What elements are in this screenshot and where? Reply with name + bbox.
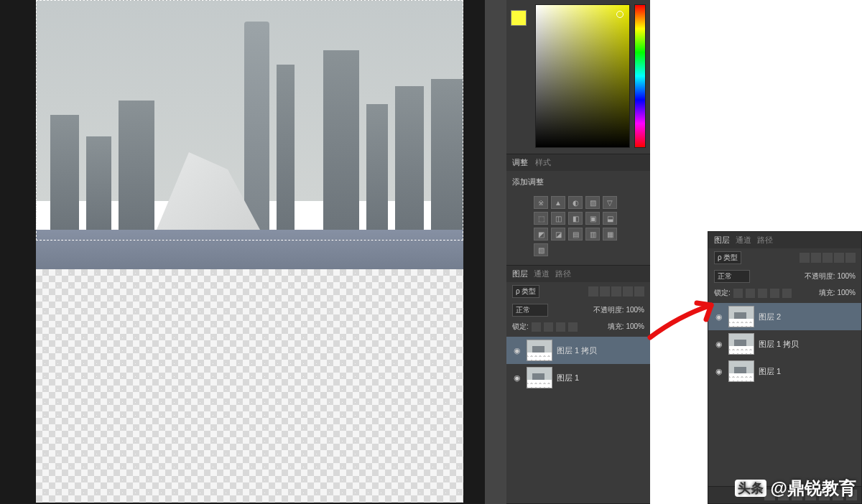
- visibility-icon[interactable]: ◉: [714, 367, 724, 376]
- tower: [277, 65, 295, 230]
- lock-all-icon[interactable]: [782, 289, 792, 298]
- threshold-icon[interactable]: ▥: [585, 228, 600, 241]
- add-adjustment-label: 添加调整: [512, 175, 644, 192]
- lock-paint-icon[interactable]: [544, 322, 553, 332]
- tab-channels[interactable]: 通道: [534, 269, 550, 279]
- balance-icon[interactable]: ◫: [551, 212, 565, 225]
- lock-trans-icon[interactable]: [532, 322, 541, 332]
- layer-thumbnail[interactable]: [527, 340, 552, 361]
- layer-item[interactable]: ◉ 图层 1 拷贝: [506, 337, 650, 364]
- filter-icon[interactable]: ▣: [585, 212, 600, 225]
- right-panels: 调整 样式 添加调整 ※ ▲ ◐ ▨ ▽ ⬚ ◫ ◧ ▣ ⬓ ◩ ◪: [506, 0, 650, 504]
- layer-name[interactable]: 图层 1: [759, 366, 781, 377]
- layer-name[interactable]: 图层 1 拷贝: [557, 345, 597, 356]
- filter-adj-icon[interactable]: [811, 253, 821, 263]
- tab-channels[interactable]: 通道: [736, 235, 751, 246]
- opacity-value[interactable]: 100%: [837, 272, 856, 280]
- transparent-area: [36, 269, 463, 503]
- building: [86, 136, 111, 230]
- water: [36, 230, 463, 269]
- fill-label: 填充:: [819, 289, 835, 297]
- tab-paths[interactable]: 路径: [757, 235, 773, 246]
- layer-thumbnail[interactable]: [527, 367, 552, 388]
- tab-layers[interactable]: 图层: [714, 235, 730, 246]
- filter-smart-icon[interactable]: [634, 286, 644, 297]
- layer-list: ◉ 图层 1 拷贝 ◉ 图层 1: [506, 334, 650, 503]
- exposure-icon[interactable]: ▨: [585, 196, 600, 209]
- canvas-area[interactable]: [0, 0, 485, 504]
- tab-paths[interactable]: 路径: [555, 269, 571, 279]
- foreground-swatch[interactable]: [511, 10, 527, 26]
- gradmap-icon[interactable]: ▦: [603, 228, 617, 241]
- hue-icon[interactable]: ⬚: [534, 212, 548, 225]
- blend-mode-dropdown[interactable]: 正常: [512, 304, 548, 317]
- layer-name[interactable]: 图层 2: [759, 312, 781, 322]
- lock-all-icon[interactable]: [568, 322, 578, 332]
- lock-label: 锁定:: [512, 322, 529, 332]
- layer-item[interactable]: ◉ 图层 1: [506, 364, 650, 391]
- panel-dock-strip[interactable]: [485, 0, 506, 504]
- invert-icon[interactable]: ◪: [551, 228, 565, 241]
- opera-house: [144, 144, 273, 230]
- building: [323, 50, 359, 230]
- layer-kind-dropdown[interactable]: ρ 类型: [512, 285, 539, 298]
- color-panel[interactable]: [506, 0, 650, 154]
- lock-pos-icon[interactable]: [556, 322, 565, 332]
- lock-trans-icon[interactable]: [733, 289, 743, 298]
- lock-label: 锁定:: [714, 288, 731, 298]
- blend-mode-dropdown[interactable]: 正常: [714, 270, 750, 283]
- building: [366, 104, 388, 230]
- layer-item[interactable]: ◉ 图层 2: [708, 303, 861, 330]
- layer-name[interactable]: 图层 1: [557, 373, 579, 383]
- bw-icon[interactable]: ◧: [568, 212, 583, 225]
- layer-name[interactable]: 图层 1 拷贝: [759, 339, 799, 350]
- selective-icon[interactable]: ▧: [534, 243, 548, 256]
- tab-styles[interactable]: 样式: [535, 157, 551, 168]
- lock-pos-icon[interactable]: [758, 289, 767, 298]
- filter-shape-icon[interactable]: [834, 253, 844, 263]
- opacity-label: 不透明度:: [805, 272, 835, 280]
- opacity-value[interactable]: 100%: [626, 306, 644, 314]
- layer-thumbnail[interactable]: [728, 333, 754, 355]
- filter-adj-icon[interactable]: [600, 286, 610, 297]
- poster-icon[interactable]: ▤: [568, 228, 583, 241]
- lock-nest-icon[interactable]: [770, 289, 779, 298]
- lookup-icon[interactable]: ◩: [534, 228, 548, 241]
- hue-slider[interactable]: [634, 4, 646, 148]
- layers-panel-2[interactable]: 图层 通道 路径 ρ 类型 正常 不透明度: 100% 锁定: 填充: 100%…: [708, 231, 862, 504]
- layers-panel-1: 图层 通道 路径 ρ 类型 正常 不透明度: 100% 锁定:: [506, 266, 650, 504]
- tab-adjustments[interactable]: 调整: [512, 157, 528, 168]
- document-canvas[interactable]: [36, 0, 463, 503]
- visibility-icon[interactable]: ◉: [512, 346, 522, 355]
- filter-type-icon[interactable]: [611, 286, 621, 297]
- photoshop-window: 调整 样式 添加调整 ※ ▲ ◐ ▨ ▽ ⬚ ◫ ◧ ▣ ⬓ ◩ ◪: [0, 0, 650, 504]
- layer-thumbnail[interactable]: [728, 360, 754, 382]
- filter-shape-icon[interactable]: [623, 286, 633, 297]
- watermark-text: @鼎锐教育: [771, 477, 856, 500]
- saturation-value-picker[interactable]: [535, 4, 630, 148]
- fill-label: 填充:: [608, 322, 624, 330]
- filter-smart-icon[interactable]: [845, 253, 856, 263]
- layer-item[interactable]: ◉ 图层 1: [708, 358, 861, 385]
- mixer-icon[interactable]: ⬓: [603, 212, 617, 225]
- visibility-icon[interactable]: ◉: [512, 373, 522, 383]
- levels-icon[interactable]: ▲: [551, 196, 565, 209]
- vibrance-icon[interactable]: ▽: [603, 196, 617, 209]
- visibility-icon[interactable]: ◉: [714, 312, 724, 322]
- layer-item[interactable]: ◉ 图层 1 拷贝: [708, 330, 861, 358]
- brightness-icon[interactable]: ※: [534, 196, 548, 209]
- opacity-label: 不透明度:: [593, 306, 624, 314]
- fill-value[interactable]: 100%: [837, 289, 856, 297]
- layer-list: ◉ 图层 2 ◉ 图层 1 拷贝 ◉ 图层 1: [708, 300, 861, 486]
- layer-kind-dropdown[interactable]: ρ 类型: [714, 251, 741, 264]
- filter-type-icon[interactable]: [822, 253, 833, 263]
- visibility-icon[interactable]: ◉: [714, 340, 724, 349]
- fill-value[interactable]: 100%: [626, 322, 644, 330]
- layer-thumbnail[interactable]: [728, 306, 754, 327]
- curves-icon[interactable]: ◐: [568, 196, 583, 209]
- photo-layer: [36, 0, 463, 269]
- filter-pixel-icon[interactable]: [588, 286, 598, 297]
- lock-paint-icon[interactable]: [746, 289, 755, 298]
- tab-layers[interactable]: 图层: [512, 269, 528, 279]
- filter-pixel-icon[interactable]: [800, 253, 810, 263]
